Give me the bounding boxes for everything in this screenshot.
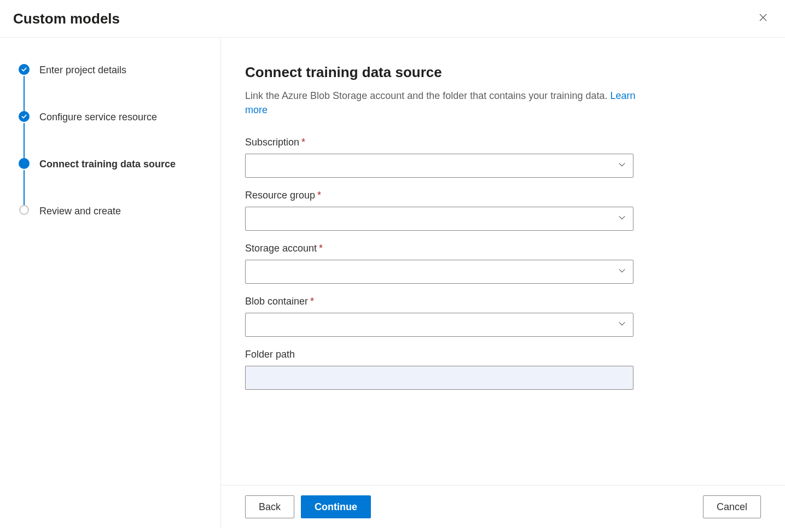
subscription-select[interactable]	[245, 154, 633, 178]
step-connector	[24, 123, 25, 158]
page-description-text: Link the Azure Blob Storage account and …	[245, 90, 610, 101]
required-marker: *	[310, 296, 314, 307]
continue-button[interactable]: Continue	[301, 495, 371, 518]
step-connector	[24, 76, 25, 111]
storage-account-select[interactable]	[245, 260, 633, 284]
step-label: Configure service resource	[39, 111, 157, 123]
blob-container-select[interactable]	[245, 313, 633, 337]
label-text: Folder path	[245, 349, 295, 360]
wizard-step-enter-project-details[interactable]: Enter project details	[18, 64, 207, 111]
cancel-button[interactable]: Cancel	[703, 495, 761, 518]
label-text: Resource group	[245, 190, 315, 201]
subscription-field: Subscription*	[245, 137, 633, 178]
storage-account-label: Storage account*	[245, 243, 633, 254]
dialog-header: Custom models	[0, 0, 785, 38]
page-description: Link the Azure Blob Storage account and …	[245, 89, 639, 117]
storage-account-field: Storage account*	[245, 243, 633, 284]
wizard-footer: Back Continue Cancel	[221, 485, 785, 528]
wizard-step-review-and-create[interactable]: Review and create	[18, 205, 207, 217]
step-label: Connect training data source	[39, 158, 176, 170]
step-label: Enter project details	[39, 64, 126, 76]
folder-path-input[interactable]	[245, 366, 633, 390]
close-button[interactable]	[754, 10, 772, 27]
wizard-steps-sidebar: Enter project details Configure service …	[0, 38, 221, 528]
back-button[interactable]: Back	[245, 495, 294, 518]
dialog-title: Custom models	[13, 10, 120, 27]
page-title: Connect training data source	[245, 64, 761, 81]
step-connector	[24, 170, 25, 205]
resource-group-field: Resource group*	[245, 190, 633, 231]
current-step-icon	[19, 158, 30, 169]
close-icon	[759, 13, 767, 24]
label-text: Storage account	[245, 243, 317, 254]
main-panel: Connect training data source Link the Az…	[221, 38, 785, 528]
label-text: Subscription	[245, 137, 299, 148]
blob-container-label: Blob container*	[245, 296, 633, 307]
required-marker: *	[319, 243, 323, 254]
folder-path-label: Folder path	[245, 349, 633, 360]
folder-path-field: Folder path	[245, 349, 633, 390]
subscription-label: Subscription*	[245, 137, 633, 148]
step-label: Review and create	[39, 205, 121, 217]
label-text: Blob container	[245, 296, 308, 307]
blob-container-field: Blob container*	[245, 296, 633, 337]
checkmark-icon	[19, 64, 30, 75]
wizard-step-configure-service-resource[interactable]: Configure service resource	[18, 111, 207, 158]
required-marker: *	[317, 190, 321, 201]
required-marker: *	[301, 137, 305, 148]
wizard-step-connect-training-data-source[interactable]: Connect training data source	[18, 158, 207, 205]
resource-group-select[interactable]	[245, 207, 633, 231]
resource-group-label: Resource group*	[245, 190, 633, 201]
checkmark-icon	[19, 111, 30, 122]
upcoming-step-icon	[19, 205, 29, 215]
